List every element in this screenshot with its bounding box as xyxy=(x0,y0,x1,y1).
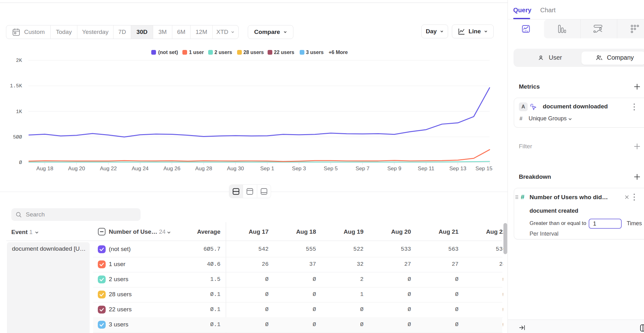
svg-text:Aug 26: Aug 26 xyxy=(164,166,180,172)
svg-text:1.5K: 1.5K xyxy=(10,83,22,89)
svg-text:5ØØ: 5ØØ xyxy=(13,134,22,140)
svg-text:1K: 1K xyxy=(16,109,22,115)
svg-text:Sep 11: Sep 11 xyxy=(418,166,435,172)
svg-text:Aug 20: Aug 20 xyxy=(68,166,85,172)
svg-text:Ø: Ø xyxy=(19,160,22,166)
svg-text:Sep 3: Sep 3 xyxy=(292,166,306,172)
svg-text:Sep 9: Sep 9 xyxy=(387,166,401,172)
svg-text:Aug 24: Aug 24 xyxy=(132,166,149,172)
svg-text:Sep 7: Sep 7 xyxy=(356,166,369,172)
svg-text:Aug 28: Aug 28 xyxy=(195,166,212,172)
svg-text:Sep 1: Sep 1 xyxy=(260,166,274,172)
svg-text:Aug 18: Aug 18 xyxy=(36,166,53,172)
svg-text:Aug 30: Aug 30 xyxy=(227,166,244,172)
svg-text:2K: 2K xyxy=(16,58,22,63)
svg-text:Sep 5: Sep 5 xyxy=(324,166,338,172)
svg-text:Sep 13: Sep 13 xyxy=(449,166,466,172)
svg-text:Aug 22: Aug 22 xyxy=(100,166,117,172)
svg-text:Sep 15: Sep 15 xyxy=(475,166,492,172)
